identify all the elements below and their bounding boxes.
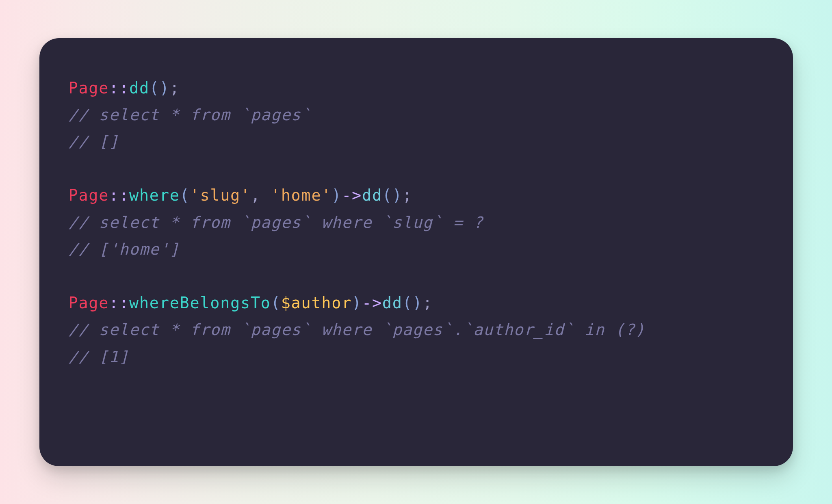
comment-line: // select * from `pages` where `slug` = … (69, 209, 764, 236)
method-name: whereBelongsTo (129, 294, 271, 312)
comment-line: // ['home'] (69, 236, 764, 263)
method-name: dd (382, 294, 403, 312)
code-line: Page::where('slug', 'home')->dd(); (69, 182, 764, 209)
semicolon: ; (170, 79, 180, 97)
scope-operator: :: (109, 186, 129, 204)
arrow-operator: -> (342, 186, 362, 204)
comment-line: // [1] (69, 344, 764, 370)
blank-line (69, 263, 764, 290)
paren: ( (180, 186, 190, 204)
class-name: Page (69, 186, 109, 204)
code-line: Page::whereBelongsTo($author)->dd(); (69, 290, 764, 316)
method-name: dd (129, 79, 150, 97)
method-name: where (129, 186, 180, 204)
arg: 'home' (271, 186, 332, 204)
paren: () (403, 294, 423, 312)
paren: () (150, 79, 170, 97)
arrow-operator: -> (362, 294, 382, 312)
scope-operator: :: (109, 79, 129, 97)
comment-line: // [] (69, 128, 764, 155)
semicolon: ; (403, 186, 413, 204)
comment-line: // select * from `pages` where `pages`.`… (69, 316, 764, 343)
blank-line (69, 155, 764, 182)
arg: $author (281, 294, 352, 312)
method-name: dd (362, 186, 382, 204)
code-line: Page::dd(); (69, 75, 764, 102)
comment-line: // select * from `pages` (69, 102, 764, 128)
semicolon: ; (422, 294, 433, 312)
paren: ) (352, 294, 362, 312)
paren: () (382, 186, 403, 204)
class-name: Page (69, 294, 109, 312)
class-name: Page (69, 79, 109, 97)
scope-operator: :: (109, 294, 129, 312)
paren: ) (332, 186, 342, 204)
arg: 'slug' (190, 186, 250, 204)
code-snippet-card: Page::dd();// select * from `pages`// []… (39, 38, 793, 466)
paren: ( (271, 294, 281, 312)
arg: , (251, 186, 271, 204)
code-block: Page::dd();// select * from `pages`// []… (69, 75, 764, 370)
